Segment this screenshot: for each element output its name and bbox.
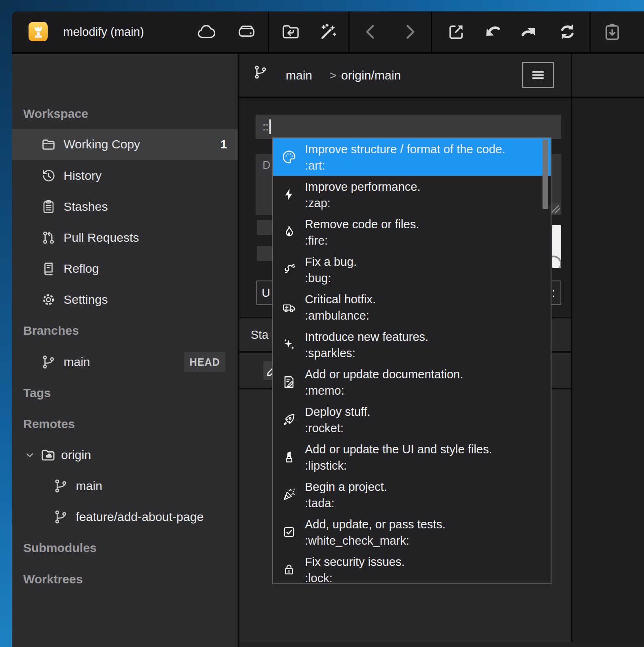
description-placeholder: D <box>262 159 271 172</box>
toolbar-divider <box>589 11 591 52</box>
autocomplete-item-memo[interactable]: Add or update documentation.:memo: <box>273 363 551 401</box>
autocomplete-item-lipstick[interactable]: Add or update the UI and style files.:li… <box>273 438 551 476</box>
window-title: melodify (main) <box>63 11 144 52</box>
sidebar-item-working-copy[interactable]: Working Copy 1 <box>12 129 238 160</box>
back-icon[interactable] <box>358 11 384 52</box>
flame-icon <box>273 213 305 251</box>
summary-value: :: <box>262 121 269 133</box>
sidebar-item-remote-main[interactable]: main <box>12 470 238 501</box>
stash-clipboard-icon[interactable] <box>600 11 625 52</box>
app-icon <box>29 22 48 41</box>
tower-rook-icon <box>30 24 46 40</box>
gear-icon <box>41 292 56 307</box>
sidebar-item-branch-main[interactable]: main HEAD <box>12 347 238 378</box>
sync-icon[interactable] <box>555 11 580 52</box>
checkout-arrow-icon[interactable] <box>443 11 469 52</box>
ambulance-icon <box>273 288 305 326</box>
button-label-right-fragment: : <box>552 286 555 300</box>
gitmoji-autocomplete-dropdown: Improve structure / format of the code.:… <box>272 137 551 584</box>
autocomplete-item-lock[interactable]: Fix security issues.:lock: <box>273 551 551 584</box>
sidebar-item-stashes[interactable]: Stashes <box>12 191 238 222</box>
working-copy-count-badge: 1 <box>221 138 227 151</box>
autocomplete-item-ambulance[interactable]: Critical hotfix.:ambulance: <box>273 288 551 326</box>
bug-icon <box>273 251 305 288</box>
hamburger-icon <box>529 66 547 84</box>
sidebar-header-workspace: Workspace <box>12 98 238 129</box>
sidebar-item-pull-requests[interactable]: Pull Requests <box>12 222 238 253</box>
sidebar-header-branches[interactable]: Branches <box>12 315 238 346</box>
sidebar-item-remote-feature-add-about-page[interactable]: feature/add-about-page <box>12 501 238 532</box>
staged-files-header: Sta <box>251 318 269 351</box>
autocomplete-item-sparkles[interactable]: Introduce new features.:sparkles: <box>273 326 551 363</box>
pull-request-icon <box>41 230 56 245</box>
memo-icon <box>273 363 305 401</box>
lock-icon <box>273 551 305 584</box>
commit-option-row[interactable] <box>257 246 272 261</box>
book-icon <box>41 261 56 276</box>
sidebar-header-worktrees[interactable]: Worktrees <box>12 564 238 595</box>
sidebar-item-history[interactable]: History <box>12 160 238 191</box>
header-divider <box>239 97 644 98</box>
preview-glyph-fragment <box>552 256 561 268</box>
forward-icon[interactable] <box>397 11 422 52</box>
menu-button[interactable] <box>522 62 554 88</box>
git-branch-icon <box>53 478 68 494</box>
app-window: melodify (main) Workspace Working Cop <box>12 11 644 647</box>
autocomplete-item-fire[interactable]: Remove code or files.:fire: <box>273 213 551 251</box>
git-branch-icon <box>53 509 68 525</box>
bottom-strip <box>239 642 644 647</box>
text-caret <box>269 119 271 134</box>
party-popper-icon <box>273 476 305 513</box>
sparkles-icon <box>273 326 305 363</box>
rocket-icon <box>273 401 305 438</box>
chevron-down-icon[interactable] <box>24 450 35 460</box>
history-clock-icon <box>41 168 56 183</box>
palette-icon <box>273 138 305 176</box>
toolbar-divider <box>268 11 269 52</box>
autocomplete-item-bug[interactable]: Fix a bug.:bug: <box>273 251 551 288</box>
button-label-left-fragment: U <box>262 286 270 300</box>
sidebar-header-submodules[interactable]: Submodules <box>12 532 238 563</box>
sidebar-header-tags[interactable]: Tags <box>12 378 238 409</box>
current-branch-label[interactable]: main <box>286 54 312 97</box>
push-icon[interactable] <box>516 11 541 52</box>
cloud-icon[interactable] <box>193 11 218 52</box>
desktop: melodify (main) Workspace Working Cop <box>0 0 644 647</box>
autocomplete-item-white-check-mark[interactable]: Add, update, or pass tests.:white_check_… <box>273 513 551 551</box>
sidebar-item-remote-origin[interactable]: origin <box>12 439 238 470</box>
lipstick-icon <box>273 438 305 476</box>
toolbar-divider <box>431 11 432 52</box>
autocomplete-item-art[interactable]: Improve structure / format of the code.:… <box>273 138 551 176</box>
clipboard-list-icon <box>41 199 56 214</box>
folder-icon <box>41 137 56 152</box>
autocomplete-item-rocket[interactable]: Deploy stuff.:rocket: <box>273 401 551 438</box>
sidebar-item-settings[interactable]: Settings <box>12 284 238 315</box>
pull-icon[interactable] <box>480 11 505 52</box>
commit-option-row[interactable] <box>257 220 272 235</box>
autocomplete-item-tada[interactable]: Begin a project.:tada: <box>273 476 551 513</box>
check-box-icon <box>273 513 305 551</box>
toolbar-divider <box>348 11 350 52</box>
hard-drive-icon[interactable] <box>234 11 259 52</box>
detail-header <box>572 54 644 97</box>
commit-summary-input[interactable]: :: <box>256 115 561 139</box>
git-branch-icon <box>41 354 56 370</box>
detail-panel <box>572 54 644 647</box>
folder-cloud-icon <box>40 447 56 463</box>
preview-box <box>552 225 561 268</box>
autocomplete-item-zap[interactable]: Improve performance.:zap: <box>273 176 551 213</box>
sidebar-header-remotes[interactable]: Remotes <box>12 409 238 439</box>
open-repository-icon[interactable] <box>278 11 303 52</box>
git-branch-icon <box>253 64 268 80</box>
breadcrumb-separator: > <box>329 54 337 97</box>
magic-wand-icon[interactable] <box>316 11 341 52</box>
dropdown-scrollbar-thumb[interactable] <box>543 139 548 209</box>
upstream-branch-label[interactable]: origin/main <box>341 54 401 97</box>
lightning-bolt-icon <box>273 176 305 213</box>
sidebar-item-reflog[interactable]: Reflog <box>12 253 238 284</box>
head-badge: HEAD <box>184 352 225 372</box>
